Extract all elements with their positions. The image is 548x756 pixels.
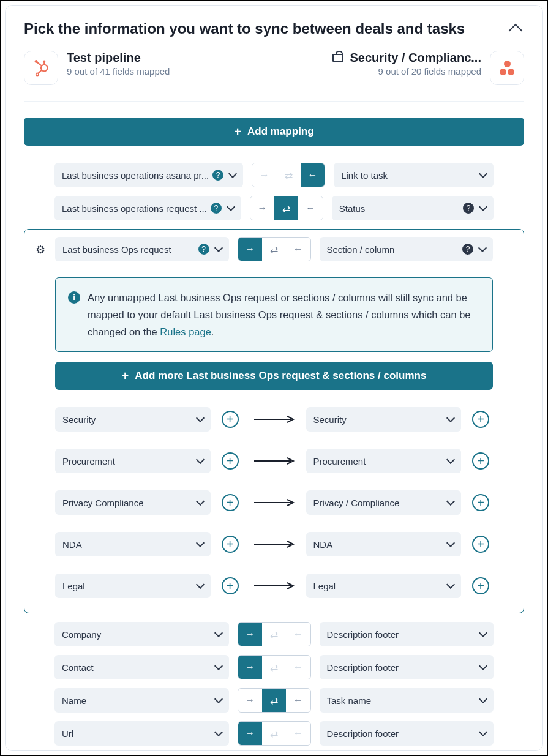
add-left-button[interactable]: + <box>222 577 239 594</box>
left-field-select[interactable]: Contact <box>54 655 229 679</box>
direction-left-button[interactable]: ← <box>286 722 310 745</box>
direction-left-button[interactable]: ← <box>301 163 325 187</box>
left-field-select[interactable]: Url <box>54 721 229 746</box>
left-source: Test pipeline 9 out of 41 fields mapped <box>24 51 170 85</box>
left-field-select[interactable]: Name <box>54 688 229 713</box>
direction-toggle: → ⇄ ← <box>238 655 311 679</box>
arrow-right-icon <box>250 416 299 423</box>
left-sub-field-select[interactable]: Privacy Compliance <box>55 490 211 515</box>
chevron-down-icon <box>195 497 204 506</box>
direction-right-button[interactable]: → <box>252 163 276 187</box>
right-field-select[interactable]: Status ? <box>332 196 494 220</box>
direction-both-button[interactable]: ⇄ <box>262 722 286 745</box>
right-field-select[interactable]: Section / column ? <box>320 237 494 261</box>
chevron-down-icon <box>479 203 487 211</box>
direction-both-button[interactable]: ⇄ <box>274 196 298 220</box>
direction-toggle: → ⇄ ← <box>252 163 325 187</box>
left-field-label: Name <box>62 695 209 706</box>
right-sub-field-select[interactable]: Privacy / Compliance <box>306 490 462 515</box>
direction-both-button[interactable]: ⇄ <box>262 656 286 679</box>
left-field-select[interactable]: Last business operations request ... ? <box>54 196 241 220</box>
left-field-label: Last business operations asana pr... <box>62 170 209 181</box>
direction-right-button[interactable]: → <box>238 656 262 679</box>
add-right-button[interactable]: + <box>472 452 489 470</box>
right-field-select[interactable]: Description footer <box>320 655 494 679</box>
chevron-down-icon <box>195 580 204 589</box>
chevron-down-icon <box>479 662 487 670</box>
left-field-select[interactable]: Last business Ops request ? <box>55 237 229 261</box>
right-sub-field-select[interactable]: NDA <box>306 532 462 556</box>
right-field-select[interactable]: Link to task <box>334 163 494 187</box>
direction-toggle: → ⇄ ← <box>250 196 323 220</box>
right-field-select[interactable]: Description footer <box>320 622 494 646</box>
help-icon[interactable]: ? <box>212 170 223 181</box>
mapping-row: Contact → ⇄ ← Description footer <box>24 655 524 679</box>
plus-icon: + <box>122 370 129 382</box>
add-right-button[interactable]: + <box>472 411 489 428</box>
right-field-select[interactable]: Task name <box>320 688 494 713</box>
add-left-button[interactable]: + <box>222 536 239 553</box>
help-icon[interactable]: ? <box>462 244 473 255</box>
svg-point-4 <box>36 73 39 75</box>
chevron-down-icon <box>478 244 487 252</box>
collapse-icon[interactable] <box>509 24 523 38</box>
left-sub-field-select[interactable]: Legal <box>55 574 211 598</box>
chevron-down-icon <box>214 662 222 670</box>
direction-right-button[interactable]: → <box>238 722 262 745</box>
direction-both-button[interactable]: ⇄ <box>262 623 286 646</box>
hubspot-logo <box>24 51 58 85</box>
left-field-select[interactable]: Last business operations asana pr... ? <box>54 163 243 187</box>
mapping-row: Last business operations request ... ? →… <box>24 196 524 220</box>
help-icon[interactable]: ? <box>211 203 222 214</box>
add-more-sections-button[interactable]: + Add more Last business Ops request & s… <box>55 362 493 390</box>
gear-icon[interactable]: ⚙ <box>36 243 45 256</box>
direction-both-button[interactable]: ⇄ <box>262 689 286 712</box>
direction-left-button[interactable]: ← <box>286 623 310 646</box>
left-sub-field-select[interactable]: Security <box>55 407 211 432</box>
help-icon[interactable]: ? <box>463 203 474 214</box>
left-source-subtitle: 9 out of 41 fields mapped <box>67 66 170 77</box>
rules-page-link[interactable]: Rules page <box>160 326 211 337</box>
arrow-right-icon <box>250 541 299 548</box>
add-right-button[interactable]: + <box>472 494 489 511</box>
add-right-button[interactable]: + <box>472 577 489 594</box>
direction-both-button[interactable]: ⇄ <box>262 238 286 261</box>
direction-toggle: → ⇄ ← <box>238 237 311 261</box>
direction-right-button[interactable]: → <box>238 689 262 712</box>
right-sub-field-label: NDA <box>313 539 442 550</box>
direction-right-button[interactable]: → <box>250 196 274 220</box>
help-icon[interactable]: ? <box>198 244 209 255</box>
direction-both-button[interactable]: ⇄ <box>276 163 300 187</box>
add-left-button[interactable]: + <box>222 494 239 511</box>
direction-left-button[interactable]: ← <box>298 196 322 220</box>
direction-right-button[interactable]: → <box>238 623 262 646</box>
direction-left-button[interactable]: ← <box>286 656 310 679</box>
right-field-select[interactable]: Description footer <box>320 721 494 746</box>
right-field-label: Section / column <box>327 244 459 255</box>
expanded-mapping-block: ⚙ Last business Ops request ? → ⇄ ← Sect… <box>24 229 524 613</box>
chevron-down-icon <box>195 539 204 547</box>
add-mapping-button[interactable]: + Add mapping <box>24 118 524 146</box>
chevron-down-icon <box>214 244 222 252</box>
info-icon: i <box>68 291 80 304</box>
add-more-sections-label: Add more Last business Ops request & sec… <box>135 370 426 382</box>
chevron-down-icon <box>195 455 204 464</box>
left-sub-field-select[interactable]: NDA <box>55 532 211 556</box>
left-field-select[interactable]: Company <box>54 622 229 646</box>
sync-config-card: Pick the information you want to sync be… <box>5 5 543 751</box>
direction-right-button[interactable]: → <box>238 238 262 261</box>
svg-line-5 <box>37 62 42 65</box>
right-sub-field-select[interactable]: Procurement <box>306 449 462 473</box>
right-sub-field-select[interactable]: Legal <box>306 574 462 598</box>
direction-left-button[interactable]: ← <box>286 689 310 712</box>
right-sub-field-select[interactable]: Security <box>306 407 462 432</box>
left-field-label: Last business operations request ... <box>62 203 207 214</box>
add-left-button[interactable]: + <box>222 452 239 470</box>
chevron-down-icon <box>479 728 487 736</box>
mapping-row: Company → ⇄ ← Description footer <box>24 622 524 646</box>
chevron-down-icon <box>195 414 204 422</box>
direction-left-button[interactable]: ← <box>286 238 310 261</box>
add-right-button[interactable]: + <box>472 536 489 553</box>
add-left-button[interactable]: + <box>222 411 239 428</box>
left-sub-field-select[interactable]: Procurement <box>55 449 211 473</box>
